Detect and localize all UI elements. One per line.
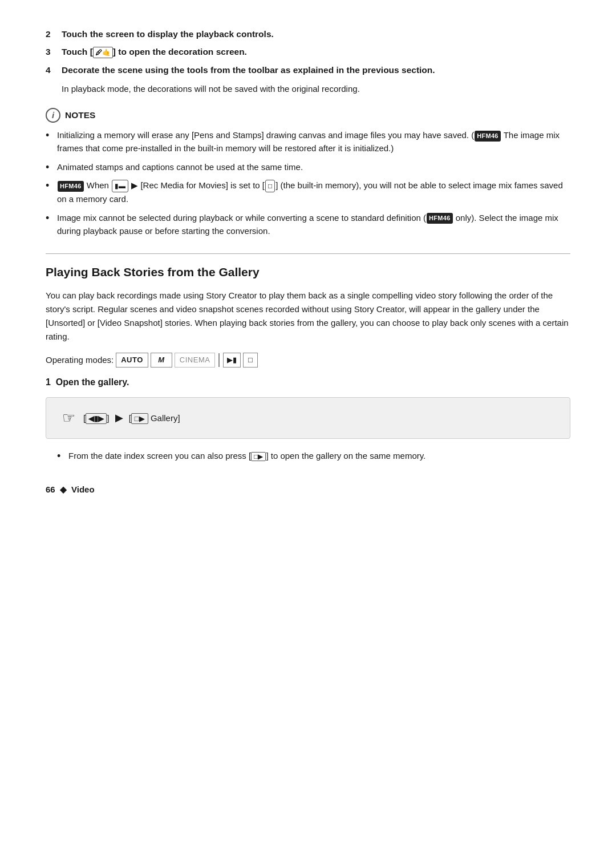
note-text: Animated stamps and captions cannot be u… (57, 160, 570, 173)
gallery-press-icon: □▶ (251, 452, 266, 461)
bullet-icon: • (46, 212, 52, 225)
section-title: Playing Back Stories from the Gallery (46, 264, 570, 280)
footer-note-text: From the date index screen you can also … (68, 449, 570, 462)
page-number: 66 (46, 485, 55, 494)
step-text: Touch the screen to display the playback… (62, 27, 274, 41)
play-icon: ▶▮ (227, 354, 237, 366)
mode-auto: AUTO (116, 353, 148, 368)
notes-list: • Initializing a memory will erase any [… (46, 128, 570, 237)
bullet-icon: • (46, 162, 52, 174)
pen-stamp-icon: 🖊🤙 (93, 47, 113, 58)
note-4: • Image mix cannot be selected during pl… (46, 211, 570, 238)
hand-icon: ☞ (62, 407, 75, 429)
mode-cinema: CINEMA (175, 353, 216, 368)
mode-photo: □ (243, 353, 258, 368)
step-1-text: Open the gallery. (56, 377, 129, 387)
step-num: 3 (46, 45, 56, 58)
builtin-mem-icon: □ (265, 180, 275, 193)
gallery-icon: □▶ (131, 413, 148, 424)
operating-modes: Operating modes: AUTO M CINEMA ▶▮ □ (46, 353, 570, 368)
footer-dot: ◆ (60, 485, 67, 494)
step-2: 2 Touch the screen to display the playba… (46, 27, 570, 41)
gallery-source-icon: ◀▮▶ (86, 413, 107, 424)
operating-modes-label: Operating modes: (46, 354, 114, 367)
step-1-heading: 1 Open the gallery. (46, 376, 570, 389)
hfm46-badge: HFM46 (427, 213, 453, 224)
notes-header: i NOTES (46, 108, 570, 123)
steps-list: 2 Touch the screen to display the playba… (46, 27, 570, 76)
hfm46-badge: HFM46 (58, 181, 84, 192)
note-text: HFM46 When ▮▬ ▶ [Rec Media for Movies] i… (57, 179, 570, 206)
mode-divider (218, 353, 220, 367)
page-footer: 66 ◆ Video (46, 483, 570, 496)
mode-playback: ▶▮ (223, 353, 241, 368)
note-1: • Initializing a memory will erase any [… (46, 128, 570, 155)
info-icon: i (46, 108, 60, 123)
section-divider (46, 253, 570, 254)
note-2: • Animated stamps and captions cannot be… (46, 160, 570, 174)
step-1-num: 1 (46, 377, 51, 387)
footer-note-1: • From the date index screen you can als… (57, 449, 570, 463)
notes-label: NOTES (65, 108, 95, 122)
step-3: 3 Touch [🖊🤙] to open the decoration scre… (46, 45, 570, 58)
step-num: 4 (46, 63, 56, 76)
step-text: Decorate the scene using the tools from … (62, 63, 435, 76)
footer-section: Video (71, 485, 95, 494)
step-4: 4 Decorate the scene using the tools fro… (46, 63, 570, 76)
note-text: Image mix cannot be selected during play… (57, 211, 570, 238)
gallery-label: Gallery (151, 413, 178, 423)
bullet-icon: • (46, 180, 52, 192)
command-text: [◀▮▶] ▶ [□▶ Gallery] (83, 410, 180, 426)
step-text: Touch [🖊🤙] to open the decoration screen… (62, 45, 247, 58)
step-num: 2 (46, 27, 56, 41)
notes-section: i NOTES • Initializing a memory will era… (46, 108, 570, 237)
arrow-right: ▶ (115, 412, 123, 423)
bullet-icon: • (57, 450, 64, 463)
footer-notes: • From the date index screen you can als… (57, 449, 570, 463)
photo-icon: □ (248, 356, 253, 364)
section-body: You can play back recordings made using … (46, 289, 570, 344)
note-3: • HFM46 When ▮▬ ▶ [Rec Media for Movies]… (46, 179, 570, 206)
bullet-icon: • (46, 130, 52, 142)
rec-media-icon: ▮▬ (112, 180, 128, 193)
mode-m: M (151, 353, 172, 368)
command-box: ☞ [◀▮▶] ▶ [□▶ Gallery] (46, 397, 570, 439)
step-4-subtext: In playback mode, the decorations will n… (62, 82, 570, 95)
hfm46-badge: HFM46 (475, 131, 501, 142)
note-text: Initializing a memory will erase any [Pe… (57, 128, 570, 155)
